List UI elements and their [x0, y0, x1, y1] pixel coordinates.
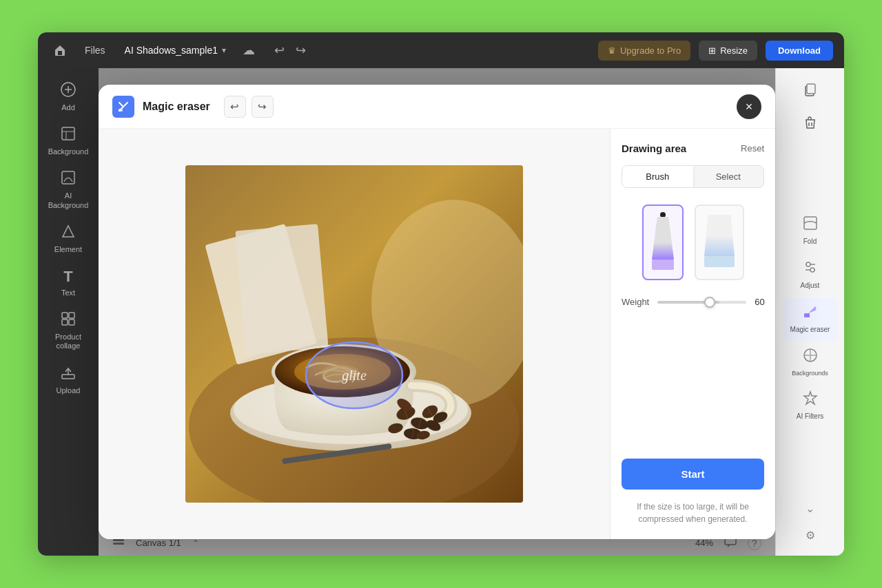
modal-redo-button[interactable]: ↪ — [252, 96, 274, 118]
rp-adjust-label: Adjust — [801, 282, 820, 290]
svg-rect-15 — [119, 109, 123, 112]
resize-button[interactable]: ⊞ Resize — [699, 41, 757, 61]
rp-item-delete[interactable] — [783, 109, 838, 140]
modal-undo-button[interactable]: ↩ — [224, 96, 246, 118]
rp-magic-eraser-label: Magic eraser — [790, 326, 830, 334]
text-icon: T — [63, 268, 72, 286]
rp-expand-button[interactable]: ⌄ — [783, 496, 838, 521]
undo-redo-actions: ↩ ↪ — [271, 40, 309, 61]
close-icon: × — [746, 100, 753, 114]
modal-overlay[interactable]: Magic eraser ↩ ↪ × — [99, 68, 775, 556]
weight-slider[interactable] — [657, 301, 746, 304]
svg-rect-60 — [804, 313, 810, 317]
home-button[interactable] — [49, 39, 71, 61]
svg-point-59 — [810, 268, 814, 272]
coffee-image: glite — [185, 165, 523, 503]
brush-preset-1[interactable] — [642, 204, 684, 280]
magic-eraser-icon — [112, 96, 134, 118]
backgrounds-icon — [803, 348, 818, 367]
sidebar-item-add[interactable]: Add — [43, 76, 93, 118]
svg-text:glite: glite — [342, 368, 367, 384]
brush-preset-2[interactable] — [695, 204, 744, 280]
brush-mode-button[interactable]: Brush — [622, 166, 693, 187]
svg-rect-49 — [704, 256, 735, 267]
resize-icon: ⊞ — [708, 45, 716, 56]
crown-icon: ♛ — [608, 45, 616, 56]
files-nav[interactable]: Files — [79, 42, 111, 59]
redo-button[interactable]: ↪ — [293, 40, 309, 61]
rp-item-ai-filters[interactable]: AI Filters — [783, 385, 838, 426]
sidebar-item-background[interactable]: Background — [43, 120, 93, 162]
undo-button[interactable]: ↩ — [271, 40, 287, 61]
project-name[interactable]: AI Shadows_sample1 ▾ — [119, 42, 232, 59]
element-icon — [61, 224, 76, 242]
svg-rect-54 — [807, 84, 815, 94]
modal-close-button[interactable]: × — [737, 94, 761, 119]
svg-rect-9 — [62, 313, 68, 318]
size-notice: If the size is too large, it will be com… — [622, 501, 764, 525]
chevron-down-icon: ⌄ — [806, 502, 814, 515]
adjust-icon — [803, 260, 818, 279]
svg-rect-10 — [69, 313, 74, 318]
svg-marker-48 — [704, 215, 735, 256]
brush-preview-area — [622, 199, 764, 286]
svg-rect-46 — [652, 260, 674, 270]
rp-item-fold[interactable]: Fold — [783, 210, 838, 251]
rp-item-magic-eraser[interactable]: Magic eraser — [783, 298, 838, 339]
modal-body: glite Drawing area Reset — [99, 129, 775, 539]
reset-button[interactable]: Reset — [741, 143, 764, 154]
sidebar-item-ai-background[interactable]: AI Background — [43, 165, 93, 215]
start-button[interactable]: Start — [622, 459, 764, 490]
sidebar-item-product-collage[interactable]: Product collage — [43, 306, 93, 356]
copy-icon — [803, 82, 818, 101]
rp-item-copy[interactable] — [783, 76, 838, 107]
weight-row: Weight 60 — [622, 297, 764, 307]
top-bar: Files AI Shadows_sample1 ▾ ☁ ↩ ↪ ♛ Upgra… — [38, 32, 844, 68]
settings-icon: ⚙ — [806, 529, 815, 542]
project-chevron-icon: ▾ — [222, 45, 226, 55]
svg-marker-8 — [63, 226, 74, 237]
product-collage-icon — [61, 311, 76, 330]
sidebar-item-element[interactable]: Element — [43, 218, 93, 260]
modal-title: Magic eraser — [143, 101, 210, 113]
rp-ai-filters-label: AI Filters — [797, 412, 823, 421]
rp-backgrounds-label: Backgrounds — [792, 370, 828, 377]
svg-point-57 — [806, 262, 810, 266]
svg-rect-11 — [62, 319, 68, 325]
magic-eraser-panel-icon — [803, 304, 818, 323]
modal-redo-icon: ↪ — [258, 101, 267, 113]
canvas-area: Magic eraser ↩ ↪ × — [99, 68, 775, 556]
sidebar-product-collage-label: Product collage — [46, 333, 90, 350]
svg-rect-39 — [235, 224, 328, 355]
background-icon — [61, 126, 76, 145]
svg-rect-55 — [804, 217, 817, 229]
ai-background-icon — [61, 170, 76, 189]
rp-item-backgrounds[interactable]: Backgrounds — [783, 342, 838, 383]
svg-rect-12 — [69, 319, 74, 325]
svg-point-43 — [660, 212, 666, 218]
ai-filters-icon — [803, 390, 818, 410]
svg-rect-4 — [62, 127, 74, 140]
trash-icon — [803, 115, 818, 134]
download-button[interactable]: Download — [766, 41, 833, 61]
rp-settings-button[interactable]: ⚙ — [783, 523, 838, 547]
sidebar-item-text[interactable]: T Text — [43, 262, 93, 303]
sidebar-add-label: Add — [61, 103, 75, 112]
sidebar-element-label: Element — [54, 245, 82, 254]
svg-marker-45 — [652, 217, 674, 260]
sidebar-text-label: Text — [61, 288, 75, 297]
modal-image-area: glite — [99, 129, 610, 539]
modal-undo-redo: ↩ ↪ — [224, 96, 274, 118]
select-mode-button[interactable]: Select — [693, 166, 764, 187]
svg-rect-0 — [58, 51, 62, 55]
upgrade-to-pro-button[interactable]: ♛ Upgrade to Pro — [598, 41, 690, 61]
rp-item-adjust[interactable]: Adjust — [783, 254, 838, 295]
left-sidebar: Add Background AI Background Element — [38, 68, 99, 556]
weight-value: 60 — [755, 297, 764, 307]
sidebar-item-upload[interactable]: Upload — [43, 359, 93, 401]
weight-label: Weight — [622, 297, 649, 307]
modal-right-panel: Drawing area Reset Brush Select — [610, 129, 775, 539]
sidebar-ai-background-label: AI Background — [46, 191, 90, 209]
brush-select-toggle: Brush Select — [622, 165, 764, 188]
cloud-sync-icon: ☁ — [243, 43, 255, 58]
